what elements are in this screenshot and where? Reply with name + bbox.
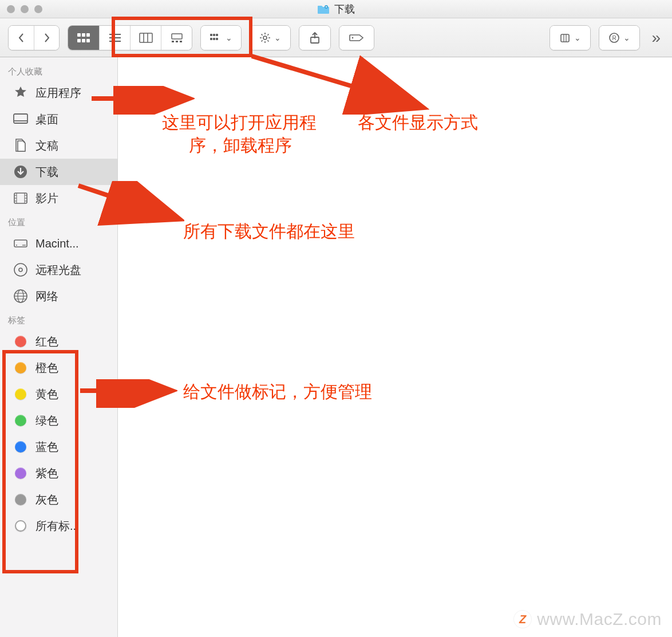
chevron-down-icon: ⌄ (274, 33, 281, 42)
sidebar-item-tag[interactable]: 橙色 (0, 355, 117, 381)
annotation-text-downloads: 所有下载文件都在这里 (183, 221, 355, 242)
annotation-arrow-views (246, 52, 429, 115)
gallery-view-icon (170, 33, 184, 43)
share-button[interactable] (299, 25, 331, 50)
watermark-text: www.MacZ.com (537, 610, 662, 629)
desktop-icon (13, 111, 29, 127)
network-icon (13, 288, 29, 304)
forward-button[interactable] (34, 26, 59, 50)
annotation-arrow-tags (80, 379, 177, 408)
svg-rect-4 (77, 39, 81, 42)
column-view-button[interactable] (130, 26, 161, 50)
tag-button[interactable] (339, 25, 374, 50)
sidebar-item-label: 紫色 (35, 466, 58, 481)
sidebar-item-tag[interactable]: 红色 (0, 328, 117, 355)
watermark: Z www.MacZ.com (514, 610, 662, 629)
section-header-tags: 标签 (0, 309, 117, 328)
sidebar-item-remote-disc[interactable]: 远程光盘 (0, 257, 117, 283)
svg-line-62 (252, 56, 412, 104)
box-icon (559, 32, 571, 44)
action-dropdown[interactable]: ⌄ (250, 25, 291, 50)
icon-view-button[interactable] (68, 26, 99, 50)
annotation-arrow-apps (92, 86, 195, 115)
tag-color-icon (13, 386, 29, 402)
sidebar-item-tag[interactable]: 灰色 (0, 486, 117, 513)
documents-icon (13, 137, 29, 154)
group-dropdown[interactable]: ⌄ (200, 25, 242, 50)
svg-line-63 (78, 186, 168, 215)
window-title-text: 下载 (334, 2, 355, 16)
close-window-button[interactable] (7, 5, 15, 13)
share-icon (309, 32, 321, 44)
tag-color-icon (13, 333, 29, 349)
sidebar-item-label: 影片 (35, 191, 58, 206)
chevron-down-icon: ⌄ (574, 33, 581, 42)
toolbar-overflow-button[interactable]: » (648, 29, 664, 47)
section-header-favorites: 个人收藏 (0, 61, 117, 80)
sidebar-item-label: 橙色 (35, 360, 58, 376)
chevron-down-icon: ⌄ (623, 33, 630, 42)
svg-rect-2 (82, 33, 85, 37)
annotation-text-tags: 给文件做标记，方便管理 (183, 381, 372, 403)
sidebar-item-label: 绿色 (35, 413, 58, 428)
sidebar-item-tag[interactable]: 紫色 (0, 460, 117, 486)
svg-rect-19 (216, 34, 218, 36)
svg-rect-39 (14, 114, 27, 123)
svg-rect-34 (561, 34, 569, 42)
view-switch (68, 25, 192, 50)
svg-rect-21 (213, 38, 215, 40)
toolbar-dropdown-2[interactable]: R ⌄ (599, 25, 640, 50)
annotation-arrow-downloads (76, 181, 184, 227)
hdd-icon (13, 235, 29, 251)
sidebar-item-label: 桌面 (35, 112, 58, 127)
group-icon (209, 33, 222, 42)
list-view-icon (108, 33, 122, 43)
disc-icon (13, 262, 29, 278)
gallery-view-button[interactable] (161, 26, 192, 50)
gear-icon (259, 32, 271, 44)
sidebar-item-network[interactable]: 网络 (0, 283, 117, 309)
svg-rect-1 (77, 33, 81, 37)
tag-color-icon (13, 491, 29, 508)
sidebar-item-label: 应用程序 (35, 85, 81, 101)
back-button[interactable] (9, 26, 34, 50)
svg-point-33 (352, 37, 354, 38)
registered-icon: R (608, 32, 620, 44)
svg-rect-10 (140, 33, 152, 42)
traffic-lights (7, 5, 42, 13)
svg-rect-14 (172, 41, 174, 42)
svg-point-54 (14, 264, 27, 276)
sidebar-item-macintosh-hd[interactable]: Macint... (0, 230, 117, 257)
sidebar-item-label: 网络 (35, 289, 58, 304)
toolbar-dropdown-1[interactable]: ⌄ (550, 25, 591, 50)
sidebar-item-label: Macint... (35, 237, 79, 250)
sidebar-item-label: 远程光盘 (35, 262, 81, 278)
svg-rect-51 (14, 240, 27, 247)
maximize-window-button[interactable] (34, 5, 42, 13)
sidebar-item-label: 灰色 (35, 492, 58, 508)
sidebar: 个人收藏 应用程序 桌面 文稿 下载 (0, 57, 118, 637)
svg-point-23 (263, 36, 267, 40)
tag-icon (349, 33, 364, 43)
nav-buttons (8, 25, 60, 50)
sidebar-item-tag[interactable]: 绿色 (0, 407, 117, 434)
sidebar-item-label: 黄色 (35, 387, 58, 402)
sidebar-item-label: 红色 (35, 334, 58, 349)
window-title: 下载 (317, 2, 355, 16)
tag-color-icon (13, 465, 29, 481)
annotation-text-apps-2: 序，卸载程序 (189, 135, 292, 156)
svg-rect-20 (210, 38, 212, 40)
svg-rect-3 (86, 33, 90, 37)
sidebar-item-label: 下载 (35, 164, 58, 180)
folder-icon (317, 3, 330, 15)
minimize-window-button[interactable] (21, 5, 29, 13)
svg-point-52 (16, 245, 17, 246)
svg-point-55 (19, 268, 22, 272)
list-view-button[interactable] (99, 26, 130, 50)
sidebar-item-tag[interactable]: 蓝色 (0, 434, 117, 460)
sidebar-item-documents[interactable]: 文稿 (0, 132, 117, 159)
chevron-down-icon: ⌄ (226, 33, 232, 42)
svg-rect-18 (213, 34, 215, 36)
sidebar-item-label: 所有标... (35, 518, 80, 534)
sidebar-item-all-tags[interactable]: 所有标... (0, 513, 117, 539)
